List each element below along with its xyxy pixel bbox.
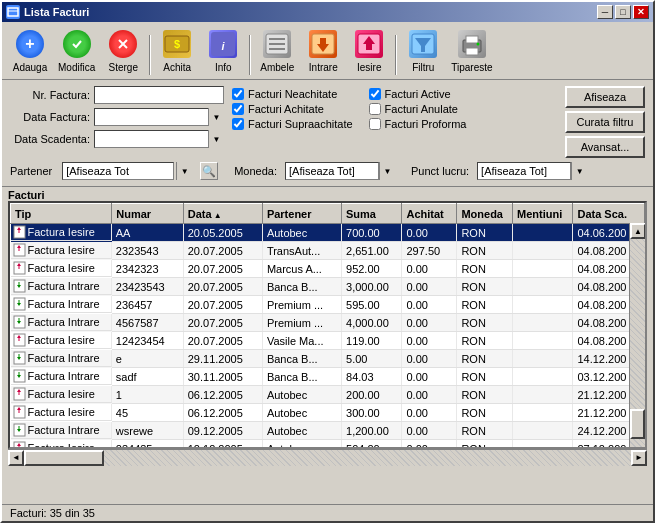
- col-numar[interactable]: Numar: [112, 204, 183, 224]
- col-moneda[interactable]: Moneda: [457, 204, 513, 224]
- filtru-label: Filtru: [412, 62, 434, 73]
- status-text: Facturi: 35 din 35: [10, 507, 95, 519]
- moneda-input[interactable]: [285, 162, 379, 180]
- maximize-button[interactable]: □: [615, 5, 631, 19]
- data-scadenta-row: Data Scadenta: ▼: [10, 130, 224, 148]
- partener-dropdown-arrow[interactable]: ▼: [176, 162, 192, 180]
- table-row[interactable]: Factura Iesire23443512.12.2005Autobec504…: [11, 440, 645, 448]
- scroll-up-button[interactable]: ▲: [630, 223, 646, 239]
- sterge-button[interactable]: Sterge: [101, 26, 145, 75]
- cell-mentiuni: [513, 422, 573, 440]
- info-button[interactable]: i Info: [201, 26, 245, 75]
- cell-numar: 12423454: [112, 332, 183, 350]
- cell-mentiuni: [513, 242, 573, 260]
- filter-bottom-row: Partener ▼ 🔍 Moneda: ▼ Punct lucru: ▼: [10, 162, 645, 180]
- col-partener[interactable]: Partener: [262, 204, 341, 224]
- table-row[interactable]: Factura Intrare23645720.07.2005Premium .…: [11, 296, 645, 314]
- curata-filtru-button[interactable]: Curata filtru: [565, 111, 645, 133]
- ambele-icon: [263, 30, 291, 58]
- filtru-icon: [409, 30, 437, 58]
- achita-button[interactable]: $ Achita: [155, 26, 199, 75]
- cell-partener: Autobec: [262, 224, 341, 242]
- moneda-dropdown-arrow[interactable]: ▼: [379, 162, 395, 180]
- avansat-button[interactable]: Avansat...: [565, 136, 645, 158]
- tipareste-button[interactable]: Tipareste: [447, 26, 496, 75]
- cell-numar: 1: [112, 386, 183, 404]
- modifica-button[interactable]: Modifica: [54, 26, 99, 75]
- toolbar-separator-2: [249, 35, 251, 75]
- data-factura-input[interactable]: [94, 108, 224, 126]
- col-suma[interactable]: Suma: [342, 204, 402, 224]
- intrare-icon: [309, 30, 337, 58]
- window-title: Lista Facturi: [24, 6, 89, 18]
- cell-mentiuni: [513, 350, 573, 368]
- table-row[interactable]: Factura Iesire106.12.2005Autobec200.000.…: [11, 386, 645, 404]
- table-row[interactable]: Factura Intraresadf30.11.2005Banca B...8…: [11, 368, 645, 386]
- col-achitat[interactable]: Achitat: [402, 204, 457, 224]
- facturi-neachitate-checkbox[interactable]: [232, 88, 244, 100]
- intrare-label: Intrare: [309, 62, 338, 73]
- toolbar-separator-3: [395, 35, 397, 75]
- col-data-sca[interactable]: Data Sca.: [573, 204, 645, 224]
- table-row[interactable]: Factura Iesire4506.12.2005Autobec300.000…: [11, 404, 645, 422]
- col-tip[interactable]: Tip: [11, 204, 112, 224]
- cell-numar: 45: [112, 404, 183, 422]
- facturi-supraachitate-label: Facturi Supraachitate: [248, 118, 353, 130]
- table-row[interactable]: Factura Iesire234232320.07.2005Marcus A.…: [11, 260, 645, 278]
- cell-tip: Factura Iesire: [11, 440, 112, 448]
- table-row[interactable]: Factura Intraree29.11.2005Banca B...5.00…: [11, 350, 645, 368]
- facturi-achitate-checkbox[interactable]: [232, 103, 244, 115]
- table-row[interactable]: Factura IesireAA20.05.2005Autobec700.000…: [11, 224, 645, 242]
- nr-factura-label: Nr. Factura:: [10, 89, 90, 101]
- scroll-track: [24, 450, 631, 466]
- table-row[interactable]: Factura Iesire232354320.07.2005TransAut.…: [11, 242, 645, 260]
- ambele-button[interactable]: Ambele: [255, 26, 299, 75]
- title-bar: Lista Facturi ─ □ ✕: [2, 2, 653, 22]
- nr-factura-input[interactable]: [94, 86, 224, 104]
- filtru-button[interactable]: Filtru: [401, 26, 445, 75]
- cell-numar: wsrewe: [112, 422, 183, 440]
- table-row[interactable]: Factura Iesire1242345420.07.2005Vasile M…: [11, 332, 645, 350]
- cell-moneda: RON: [457, 422, 513, 440]
- col-data[interactable]: Data: [183, 204, 262, 224]
- cell-suma: 200.00: [342, 386, 402, 404]
- iesire-button[interactable]: Iesire: [347, 26, 391, 75]
- punct-lucru-input[interactable]: [477, 162, 571, 180]
- facturi-supraachitate-checkbox[interactable]: [232, 118, 244, 130]
- checkboxes-left: Facturi Neachitate Facturi Achitate Fact…: [232, 88, 353, 158]
- horizontal-scrollbar[interactable]: ◄ ►: [8, 449, 647, 465]
- afiseaza-button[interactable]: Afiseaza: [565, 86, 645, 108]
- scroll-right-button[interactable]: ►: [631, 450, 647, 466]
- tipareste-label: Tipareste: [451, 62, 492, 73]
- scroll-left-button[interactable]: ◄: [8, 450, 24, 466]
- intrare-button[interactable]: Intrare: [301, 26, 345, 75]
- cell-data: 20.07.2005: [183, 332, 262, 350]
- close-button[interactable]: ✕: [633, 5, 649, 19]
- table-row[interactable]: Factura Intrare2342354320.07.2005Banca B…: [11, 278, 645, 296]
- cell-tip: Factura Iesire: [11, 386, 112, 403]
- cell-data: 09.12.2005: [183, 422, 262, 440]
- facturi-anulate-checkbox[interactable]: [369, 103, 381, 115]
- facturi-active-checkbox[interactable]: [369, 88, 381, 100]
- cell-mentiuni: [513, 332, 573, 350]
- minimize-button[interactable]: ─: [597, 5, 613, 19]
- facturi-proforma-checkbox[interactable]: [369, 118, 381, 130]
- cell-suma: 5.00: [342, 350, 402, 368]
- partener-input[interactable]: [62, 162, 174, 180]
- cell-mentiuni: [513, 404, 573, 422]
- cell-suma: 3,000.00: [342, 278, 402, 296]
- col-mentiuni[interactable]: Mentiuni: [513, 204, 573, 224]
- cell-moneda: RON: [457, 404, 513, 422]
- achita-icon: $: [163, 30, 191, 58]
- vertical-scrollbar[interactable]: ▲ ▼: [629, 223, 645, 447]
- nr-factura-row: Nr. Factura:: [10, 86, 224, 104]
- punct-lucru-label: Punct lucru:: [411, 165, 469, 177]
- partener-search-button[interactable]: 🔍: [200, 162, 218, 180]
- table-row[interactable]: Factura Intrare456758720.07.2005Premium …: [11, 314, 645, 332]
- punct-lucru-dropdown-arrow[interactable]: ▼: [571, 162, 587, 180]
- adauga-button[interactable]: + Adauga: [8, 26, 52, 75]
- data-scadenta-input[interactable]: [94, 130, 224, 148]
- cell-data: 20.07.2005: [183, 260, 262, 278]
- table-row[interactable]: Factura Intrarewsrewe09.12.2005Autobec1,…: [11, 422, 645, 440]
- cell-tip: Factura Intrare: [11, 422, 112, 439]
